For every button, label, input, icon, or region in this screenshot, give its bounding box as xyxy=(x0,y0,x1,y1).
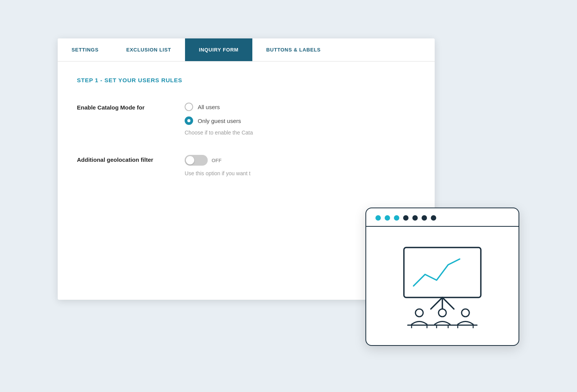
scene: SETTINGS EXCLUSION LIST INQUIRY FORM BUT… xyxy=(58,38,519,354)
dot-3 xyxy=(394,215,399,221)
catalog-mode-controls: All users Only guest users Choose if to … xyxy=(185,103,415,136)
svg-point-6 xyxy=(462,309,469,317)
dot-6 xyxy=(422,215,427,221)
dot-7 xyxy=(431,215,436,221)
radio-label-all-users: All users xyxy=(198,104,220,110)
catalog-mode-hint: Choose if to enable the Cata xyxy=(185,130,415,136)
geolocation-toggle[interactable] xyxy=(185,155,208,166)
radio-all-users[interactable]: All users xyxy=(185,103,415,111)
geolocation-hint: Use this option if you want t xyxy=(185,170,415,176)
radio-circle-guest-users xyxy=(185,116,193,125)
toggle-state-label: OFF xyxy=(212,158,222,163)
settings-content: STEP 1 - SET YOUR USERS RULES Enable Cat… xyxy=(58,61,435,211)
svg-line-2 xyxy=(442,297,454,309)
dot-5 xyxy=(412,215,418,221)
tab-exclusion-list[interactable]: EXCLUSION LIST xyxy=(112,38,185,61)
tab-settings[interactable]: SETTINGS xyxy=(58,38,112,61)
radio-guest-users[interactable]: Only guest users xyxy=(185,116,415,125)
geolocation-controls: OFF Use this option if you want t xyxy=(185,155,415,176)
presentation-area xyxy=(366,227,519,345)
dot-1 xyxy=(375,215,381,221)
geolocation-row: Additional geolocation filter OFF Use th… xyxy=(77,155,415,176)
presentation-illustration xyxy=(392,244,492,328)
dot-4 xyxy=(403,215,409,221)
tab-inquiry-form[interactable]: INQUIRY FORM xyxy=(185,38,252,61)
toggle-knob xyxy=(186,156,194,164)
tab-bar: SETTINGS EXCLUSION LIST INQUIRY FORM BUT… xyxy=(58,38,435,61)
step-heading: STEP 1 - SET YOUR USERS RULES xyxy=(77,77,415,83)
dot-2 xyxy=(385,215,390,221)
illustration-card xyxy=(365,208,519,346)
svg-line-1 xyxy=(431,297,442,309)
catalog-mode-label: Enable Catalog Mode for xyxy=(77,103,185,111)
radio-circle-all-users xyxy=(185,103,193,111)
svg-point-4 xyxy=(415,309,423,317)
toggle-container: OFF xyxy=(185,155,415,166)
tab-buttons-labels[interactable]: BUTTONS & LABELS xyxy=(252,38,335,61)
catalog-mode-row: Enable Catalog Mode for All users Only g… xyxy=(77,103,415,136)
svg-point-5 xyxy=(439,309,446,317)
geolocation-label: Additional geolocation filter xyxy=(77,155,185,163)
radio-label-guest-users: Only guest users xyxy=(198,118,241,124)
catalog-mode-radio-group: All users Only guest users xyxy=(185,103,415,125)
browser-dots-row xyxy=(366,208,519,227)
